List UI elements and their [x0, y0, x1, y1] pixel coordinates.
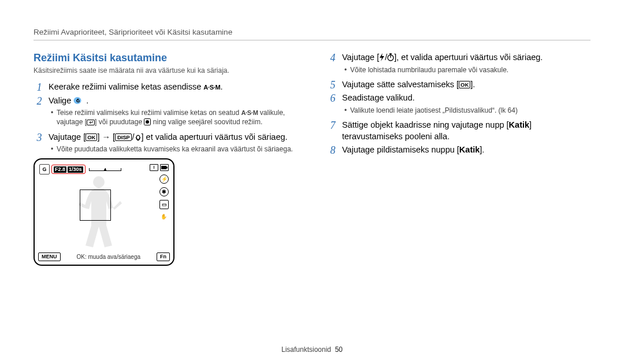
- bullet: Võite puudutada valikuketta kuvamiseks k…: [51, 144, 297, 154]
- step-3: 3 Vajutage [OK] → [DISP/] et valida aper…: [34, 132, 297, 154]
- step-text: Vajutage [: [49, 132, 86, 142]
- bullet-text: Teise režiimi valimiseks kui režiimi val…: [57, 109, 241, 117]
- ok-button-glyph: OK: [86, 133, 97, 141]
- bullet-text: ning valige seejärel soovitud režiim.: [151, 118, 262, 126]
- step-number: 5: [327, 78, 339, 92]
- step-text: Keerake režiimi valimise ketas asendisse: [49, 82, 203, 91]
- step-number: 3: [34, 131, 45, 144]
- menu-button-glyph: MENU: [38, 252, 61, 261]
- bullet: Võite lohistada numbrilaudu paremale või…: [344, 65, 590, 75]
- step-text: ] → [: [97, 132, 115, 142]
- back-icon: [87, 120, 95, 125]
- bullet: Valikute loendi leiate jaotisest „Pildis…: [344, 106, 590, 115]
- timer-icon: ✱: [159, 187, 169, 196]
- step-3-bullets: Võite puudutada valikuketta kuvamiseks k…: [49, 144, 297, 154]
- shutter-value: 1/30s: [68, 166, 83, 173]
- hand-icon: ✋: [159, 213, 168, 221]
- disp-button-glyph: DISP: [115, 133, 132, 141]
- right-column: 4 Vajutage [/], et valida apertuuri väär…: [327, 52, 590, 266]
- step-8: 8 Vajutage pildistamiseks nuppu [Katik].: [327, 144, 590, 156]
- step-text: ].: [480, 145, 484, 154]
- step-text: Vajutage [: [342, 53, 379, 62]
- section-subtitle: Käsitsirežiimis saate ise määrata nii av…: [34, 66, 297, 75]
- bullet-text: ] või puudutage: [95, 118, 144, 126]
- ok-button-glyph: OK: [459, 81, 470, 88]
- steps-left: 1 Keerake režiimi valimise ketas asendis…: [34, 81, 297, 154]
- asm-icon: A·S·M: [203, 84, 220, 91]
- flash-icon: [379, 53, 385, 61]
- exposure-readout: F2.8 1/30s: [51, 165, 86, 174]
- left-column: Režiimi Käsitsi kasutamine Käsitsirežiim…: [34, 52, 297, 266]
- step-number: 7: [327, 118, 339, 132]
- step-2: 2 Valige G . Teise režiimi valimiseks ku…: [34, 95, 297, 127]
- bullet-text: Võite lohistada numbrilaudu paremale või…: [350, 66, 508, 74]
- step-1: 1 Keerake režiimi valimise ketas asendis…: [34, 81, 297, 93]
- content-columns: Režiimi Käsitsi kasutamine Käsitsirežiim…: [34, 52, 590, 266]
- ev-scale: [89, 168, 121, 171]
- katik-label: Katik: [509, 120, 529, 129]
- section-title: Režiimi Käsitsi kasutamine: [34, 52, 297, 64]
- af-focus-rect: [80, 190, 111, 221]
- lcd-screen: G F2.8 1/30s I: [38, 163, 170, 251]
- step-text-end: .: [86, 96, 88, 105]
- size-icon: ▭: [159, 200, 169, 209]
- steps-right: 4 Vajutage [/], et valida apertuuri väär…: [327, 52, 590, 156]
- timer-icon: [387, 53, 394, 61]
- step-5: 5 Vajutage sätte salvestamiseks [OK].: [327, 79, 590, 91]
- manual-page: Režiimi Avaprioriteet, Säriprioriteet võ…: [0, 0, 624, 364]
- step-4: 4 Vajutage [/], et valida apertuuri väär…: [327, 52, 590, 75]
- camera-lcd: G F2.8 1/30s I: [34, 158, 174, 266]
- svg-point-7: [93, 176, 105, 188]
- step-2-bullets: Teise režiimi valimiseks kui režiimi val…: [49, 108, 297, 127]
- bullet-text: Võite puudutada valikuketta kuvamiseks k…: [57, 145, 293, 153]
- m-mode-icon: G: [73, 96, 84, 105]
- step-text: ] et valida apertuuri väärtus või säriae…: [142, 132, 288, 142]
- svg-rect-6: [166, 167, 168, 169]
- bullet-text: Valikute loendi leiate jaotisest „Pildis…: [350, 106, 518, 114]
- page-footer: Lisafunktsioonid 50: [0, 346, 624, 354]
- step-number: 8: [327, 143, 339, 157]
- katik-label: Katik: [459, 145, 480, 154]
- step-7: 7 Sättige objekt kaadrisse ning vajutage…: [327, 120, 590, 142]
- step-text-end: .: [220, 82, 222, 91]
- step-text: ].: [470, 80, 475, 89]
- fn-button-glyph: Fn: [157, 252, 170, 261]
- step-text: Valige: [49, 96, 73, 105]
- step-number: 6: [327, 91, 339, 105]
- svg-point-4: [146, 120, 149, 124]
- step-number: 2: [34, 94, 45, 108]
- lcd-caption: OK: muuda ava/säriaega: [76, 254, 140, 260]
- svg-text:G: G: [76, 98, 80, 103]
- footer-page: 50: [335, 346, 343, 354]
- lcd-bottom-row: MENU OK: muuda ava/säriaega Fn: [38, 252, 170, 261]
- svg-rect-5: [161, 166, 166, 169]
- running-header: Režiimi Avaprioriteet, Säriprioriteet võ…: [34, 28, 590, 40]
- fstop-value: F2.8: [54, 166, 66, 173]
- step-number: 1: [34, 80, 45, 94]
- step-text: Sättige objekt kaadrisse ning vajutage n…: [342, 120, 509, 129]
- step-text: Seadistage valikud.: [342, 93, 415, 102]
- step-6: 6 Seadistage valikud. Valikute loendi le…: [327, 92, 590, 115]
- mode-small-icon: [144, 118, 151, 125]
- step-text: ], et valida apertuuri väärtus või säria…: [394, 53, 543, 62]
- card-icon: I: [150, 164, 158, 171]
- step-6-bullets: Valikute loendi leiate jaotisest „Pildis…: [342, 106, 590, 115]
- macro-icon: [135, 134, 142, 141]
- step-text: Vajutage sätte salvestamiseks [: [342, 80, 459, 89]
- asm-icon: A·S·M: [241, 109, 258, 116]
- lcd-right-side: ⚡ ✱ ▭ ✋: [159, 174, 169, 221]
- footer-section: Lisafunktsioonid: [281, 346, 331, 354]
- step-text: Vajutage pildistamiseks nuppu [: [342, 145, 459, 154]
- battery-icon: [160, 164, 169, 171]
- step-number: 4: [327, 51, 339, 65]
- lcd-top-right: I: [150, 164, 169, 171]
- bullet: Teise režiimi valimiseks kui režiimi val…: [51, 108, 297, 127]
- step-4-bullets: Võite lohistada numbrilaudu paremale või…: [342, 65, 590, 75]
- flash-icon: ⚡: [159, 174, 169, 184]
- mode-badge: G: [39, 164, 50, 174]
